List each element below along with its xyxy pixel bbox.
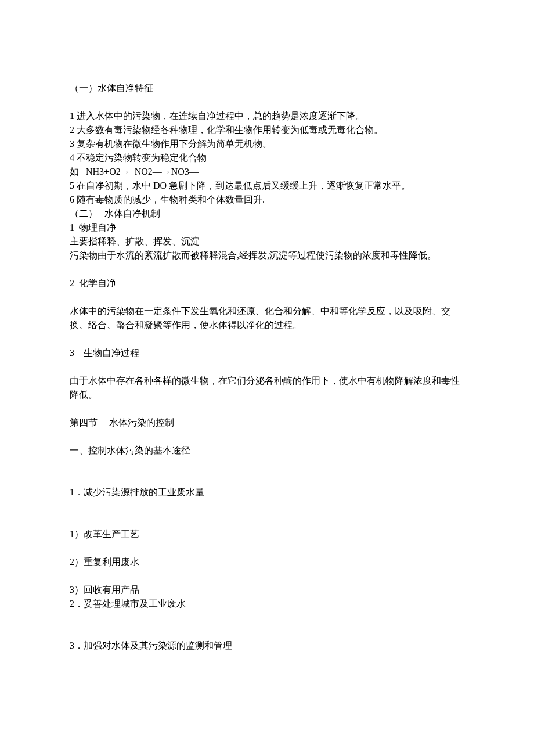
blank-line xyxy=(70,95,464,109)
blank-line xyxy=(70,360,464,374)
line: 水体中的污染物在一定条件下发生氧化和还原、化合和分解、中和等化学反应，以及吸附、… xyxy=(70,304,464,332)
line: 5 在自净初期，水中 DO 急剧下降，到达最低点后又缓缓上升，逐渐恢复正常水平。 xyxy=(70,179,464,193)
blank-line xyxy=(70,569,464,583)
line: 3 生物自净过程 xyxy=(70,346,464,360)
document-page: （一）水体自净特征 1 进入水体中的污染物，在连续自净过程中，总的趋势是浓度逐渐… xyxy=(0,0,534,756)
line: 4 不稳定污染物转变为稳定化合物 xyxy=(70,151,464,165)
line: 1）改革生产工艺 xyxy=(70,527,464,541)
line: 第四节 水体污染的控制 xyxy=(70,416,464,430)
blank-line xyxy=(70,458,464,471)
line: （二） 水体自净机制 xyxy=(70,207,464,221)
line: 一、控制水体污染的基本途径 xyxy=(70,444,464,458)
line: 1 进入水体中的污染物，在连续自净过程中，总的趋势是浓度逐渐下降。 xyxy=(70,109,464,123)
line: （一）水体自净特征 xyxy=(70,81,464,95)
line: 1．减少污染源排放的工业废水量 xyxy=(70,485,464,499)
blank-line xyxy=(70,262,464,276)
blank-line xyxy=(70,290,464,304)
line: 污染物由于水流的紊流扩散而被稀释混合,经挥发,沉淀等过程使污染物的浓度和毒性降低… xyxy=(70,249,464,262)
line: 6 随有毒物质的减少，生物种类和个体数量回升. xyxy=(70,193,464,207)
blank-line xyxy=(70,625,464,639)
line: 3）回收有用产品 xyxy=(70,583,464,597)
blank-line xyxy=(70,402,464,416)
line: 由于水体中存在各种各样的微生物，在它们分泌各种酶的作用下，使水中有机物降解浓度和… xyxy=(70,374,464,402)
blank-line xyxy=(70,332,464,346)
line: 如 NH3+O2→ NO2—→NO3— xyxy=(70,165,464,179)
line: 3．加强对水体及其污染源的监测和管理 xyxy=(70,639,464,653)
line: 2）重复利用废水 xyxy=(70,555,464,569)
line: 3 复杂有机物在微生物作用下分解为简单无机物。 xyxy=(70,137,464,151)
blank-line xyxy=(70,611,464,625)
blank-line xyxy=(70,430,464,444)
line: 2 化学自净 xyxy=(70,276,464,290)
blank-line xyxy=(70,541,464,555)
blank-line xyxy=(70,499,464,513)
blank-line xyxy=(70,471,464,485)
line: 主要指稀释、扩散、挥发、沉淀 xyxy=(70,235,464,249)
blank-line xyxy=(70,513,464,527)
line: 2．妥善处理城市及工业废水 xyxy=(70,597,464,611)
line: 1 物理自净 xyxy=(70,221,464,235)
line: 2 大多数有毒污染物经各种物理，化学和生物作用转变为低毒或无毒化合物。 xyxy=(70,123,464,137)
